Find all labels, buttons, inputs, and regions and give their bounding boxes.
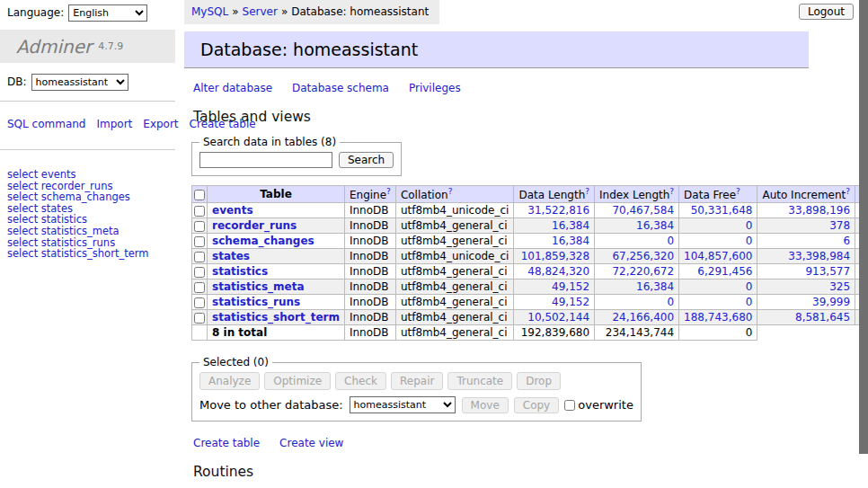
- collation-cell: utf8mb4_general_ci: [395, 234, 514, 249]
- row-checkbox-cell: [192, 279, 208, 295]
- engine-cell: InnoDB: [344, 249, 395, 264]
- help-icon[interactable]: ?: [386, 187, 391, 196]
- data-length-cell: 48,824,320: [514, 264, 595, 279]
- row-checkbox[interactable]: [194, 282, 205, 293]
- engine-cell: InnoDB: [344, 203, 395, 218]
- move-button[interactable]: Move: [462, 397, 509, 413]
- table-name-link[interactable]: states: [212, 250, 250, 262]
- page-title: Database: homeassistant: [184, 31, 809, 68]
- select-all-checkbox[interactable]: [194, 190, 205, 200]
- total-data-length-cell: 192,839,680: [514, 325, 595, 341]
- db-select[interactable]: homeassistant: [31, 74, 128, 91]
- data-free-cell: 0: [679, 295, 757, 310]
- index-length-cell: 0: [595, 295, 679, 310]
- breadcrumb-server-link[interactable]: Server: [243, 5, 278, 18]
- truncate-button[interactable]: Truncate: [447, 372, 512, 390]
- table-name-link[interactable]: statistics: [212, 265, 268, 278]
- table-row: schema_changesInnoDButf8mb4_general_ci16…: [192, 234, 868, 249]
- data-free-cell: 188,743,680: [679, 310, 757, 325]
- sidebar-action-link[interactable]: Import: [96, 118, 132, 130]
- sidebar-action-link[interactable]: SQL command: [7, 118, 85, 130]
- auto-increment-cell: 6: [757, 234, 855, 249]
- tables-heading: Tables and views: [193, 109, 809, 125]
- help-icon[interactable]: ?: [736, 187, 740, 196]
- search-fieldset: Search data in tables (8) Search: [191, 136, 402, 176]
- data-free-cell: 50,331,648: [679, 203, 757, 218]
- divider: [0, 101, 175, 102]
- table-name-link[interactable]: statistics_runs: [212, 296, 300, 308]
- analyze-button[interactable]: Analyze: [199, 372, 260, 390]
- engine-cell: InnoDB: [344, 218, 395, 234]
- auto-increment-cell: 33,898,196: [757, 203, 855, 218]
- index-length-cell: 16,384: [595, 279, 679, 295]
- table-name-cell: recorder_runs: [208, 218, 345, 234]
- table-row: recorder_runsInnoDButf8mb4_general_ci16,…: [192, 218, 868, 234]
- search-input[interactable]: [199, 152, 332, 168]
- row-checkbox[interactable]: [194, 267, 205, 278]
- sidebar-select-link[interactable]: select schema_changes: [7, 191, 175, 203]
- breadcrumb-mysql-link[interactable]: MySQL: [191, 5, 228, 18]
- sidebar-select-link[interactable]: select statistics_short_term: [7, 248, 175, 260]
- row-checkbox[interactable]: [194, 297, 205, 308]
- help-icon[interactable]: ?: [585, 187, 589, 196]
- column-header-data-length: Data Length?: [514, 186, 595, 203]
- table-row: statisticsInnoDButf8mb4_general_ci48,824…: [192, 264, 868, 279]
- help-icon[interactable]: ?: [448, 187, 453, 196]
- table-name-link[interactable]: events: [212, 204, 253, 217]
- help-icon[interactable]: ?: [846, 187, 850, 196]
- sidebar-select-link[interactable]: select statistics_meta: [7, 226, 175, 237]
- help-icon[interactable]: ?: [669, 187, 674, 196]
- row-checkbox-cell: [192, 310, 208, 325]
- data-length-cell: 10,502,144: [514, 310, 595, 325]
- table-name-link[interactable]: schema_changes: [212, 235, 314, 247]
- tables-body: eventsInnoDButf8mb4_unicode_ci31,522,816…: [192, 203, 868, 341]
- overwrite-checkbox[interactable]: [564, 400, 575, 411]
- selected-fieldset: Selected (0) AnalyzeOptimizeCheckRepairT…: [191, 356, 642, 421]
- auto-increment-cell: 378: [757, 218, 855, 234]
- search-button[interactable]: Search: [339, 152, 394, 168]
- table-name-cell: states: [208, 249, 345, 264]
- engine-cell: InnoDB: [344, 234, 395, 249]
- auto-increment-cell: 913,577: [757, 264, 855, 279]
- row-checkbox[interactable]: [194, 221, 205, 232]
- check-button[interactable]: Check: [335, 372, 386, 390]
- move-db-select[interactable]: homeassistant: [350, 396, 456, 413]
- collation-cell: utf8mb4_general_ci: [395, 295, 514, 310]
- breadcrumb: MySQL»Server»Database: homeassistant: [184, 0, 439, 24]
- create-link[interactable]: Create view: [279, 437, 343, 449]
- drop-button[interactable]: Drop: [517, 372, 561, 390]
- auto-increment-cell: 325: [757, 279, 855, 295]
- index-length-cell: 24,166,400: [595, 310, 679, 325]
- database-action-link[interactable]: Alter database: [193, 82, 272, 94]
- app-logo[interactable]: Adminer: [16, 36, 92, 58]
- row-checkbox[interactable]: [194, 252, 205, 262]
- row-checkbox-cell: [192, 234, 208, 249]
- table-name-link[interactable]: recorder_runs: [212, 219, 297, 232]
- data-free-cell: 104,857,600: [679, 249, 757, 264]
- row-checkbox-cell: [192, 249, 208, 264]
- table-name-link[interactable]: statistics_meta: [212, 280, 305, 293]
- tables-header-row: TableEngine?Collation?Data Length?Index …: [192, 186, 868, 203]
- table-name-cell: events: [208, 203, 345, 218]
- scrollbar-thumb[interactable]: [859, 0, 868, 454]
- table-name-cell: statistics_meta: [208, 279, 345, 295]
- row-checkbox[interactable]: [194, 236, 205, 247]
- app-version[interactable]: 4.7.9: [98, 40, 123, 52]
- app-header: Adminer 4.7.9: [0, 30, 175, 63]
- repair-button[interactable]: Repair: [391, 372, 443, 390]
- table-name-link[interactable]: statistics_short_term: [212, 311, 340, 324]
- sidebar-action-link[interactable]: Export: [143, 118, 178, 130]
- selected-legend: Selected (0): [199, 356, 272, 368]
- row-checkbox[interactable]: [194, 206, 205, 217]
- database-action-link[interactable]: Privileges: [409, 82, 461, 94]
- sidebar-select-link[interactable]: select events: [7, 169, 175, 181]
- database-action-link[interactable]: Database schema: [292, 82, 389, 94]
- column-header-engine: Engine?: [344, 186, 395, 203]
- row-checkbox[interactable]: [194, 313, 205, 324]
- selected-buttons: AnalyzeOptimizeCheckRepairTruncateDrop: [199, 372, 633, 390]
- data-free-cell: 6,291,456: [679, 264, 757, 279]
- optimize-button[interactable]: Optimize: [264, 372, 331, 390]
- copy-button[interactable]: Copy: [514, 397, 559, 413]
- create-link[interactable]: Create table: [193, 437, 260, 449]
- move-label: Move to other database:: [199, 398, 343, 412]
